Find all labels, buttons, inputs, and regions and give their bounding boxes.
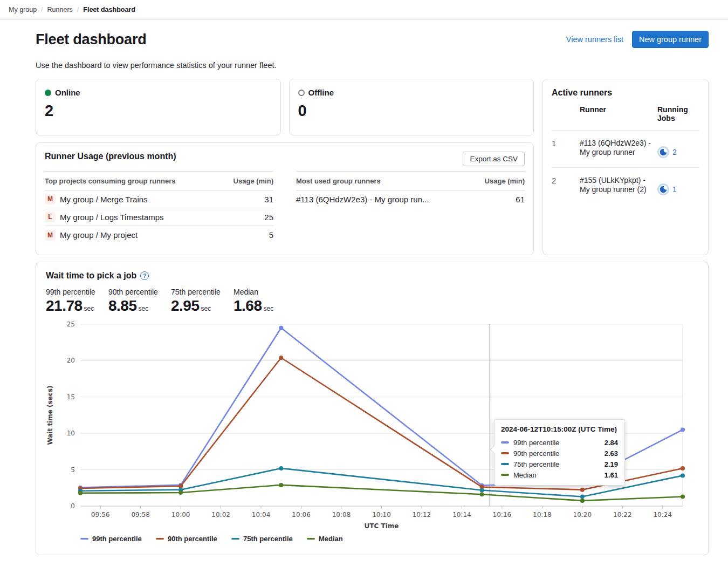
project-usage: 5 — [269, 230, 273, 240]
usage-min-column-header: Usage (min) — [233, 177, 273, 185]
tooltip-row: 99th percentile 2.84 — [501, 437, 618, 448]
runner-usage-title: Runner Usage (previous month) — [45, 152, 176, 161]
running-jobs-count-link[interactable]: 2 — [672, 148, 677, 156]
new-group-runner-button[interactable]: New group runner — [632, 31, 709, 48]
top-projects-column-header: Top projects consuming group runners — [45, 177, 175, 185]
legend-item-median[interactable]: Median — [307, 535, 372, 543]
offline-status-icon — [298, 90, 305, 96]
table-row: 1 #113 (6QHdzW2e3) - My group runner 2 — [552, 131, 699, 168]
stat-label: Median — [233, 288, 286, 296]
svg-text:10:10: 10:10 — [372, 511, 391, 519]
svg-text:09:58: 09:58 — [131, 511, 150, 519]
project-avatar: M — [45, 194, 56, 204]
runner-link[interactable]: #113 (6QHdzW2e3) - My group runner — [580, 139, 653, 158]
dashboard-left-column: Online 2 Offline 0 Runner Usage (previou… — [36, 79, 534, 255]
wait-time-card: Wait time to pick a job ? 99th percentil… — [36, 262, 709, 555]
help-icon[interactable]: ? — [140, 271, 149, 280]
tooltip-row: Median 1.61 — [501, 469, 618, 480]
online-status-icon — [45, 90, 51, 96]
project-avatar: M — [45, 230, 56, 241]
legend-item-99th-percentile[interactable]: 99th percentile — [80, 535, 145, 543]
svg-text:10: 10 — [67, 429, 75, 437]
stat-label: 90th percentile — [108, 288, 161, 296]
tooltip-series-value: 2.84 — [605, 439, 618, 447]
wait-time-title: Wait time to pick a job — [46, 271, 136, 281]
svg-text:5: 5 — [71, 466, 75, 474]
stat-value: 1.68 — [233, 297, 262, 314]
runner-link[interactable]: #155 (ULkKYpkpt) - My group runner (2) — [580, 176, 653, 195]
stat-unit: sec — [201, 305, 211, 312]
wait-time-chart[interactable]: 051015202509:5609:5810:0010:0210:0410:06… — [46, 318, 698, 533]
runner-usage-value: 61 — [516, 195, 525, 204]
chart-legend: 99th percentile 90th percentile 75th per… — [80, 535, 698, 543]
running-jobs-column-header: Running Jobs — [657, 105, 699, 122]
breadcrumb-separator: / — [41, 6, 43, 13]
legend-label: Median — [319, 535, 343, 543]
project-name: My group / Logs Timestamps — [60, 213, 164, 222]
most-used-runners-table: Most used group runners Usage (min) #113… — [296, 171, 525, 244]
series-dash-icon — [501, 463, 509, 465]
running-jobs-count-link[interactable]: 1 — [672, 185, 677, 194]
svg-text:Wait time (secs): Wait time (secs) — [46, 385, 54, 445]
project-usage: 31 — [264, 195, 273, 204]
svg-text:10:24: 10:24 — [653, 511, 672, 519]
online-count: 2 — [45, 102, 272, 120]
table-row: M My group / My project 5 — [45, 226, 273, 244]
table-row: M My group / Merge Trains 31 — [45, 190, 273, 208]
project-name: My group / My project — [60, 230, 138, 240]
series-dash-icon — [156, 538, 164, 540]
most-used-runners-column-header: Most used group runners — [296, 177, 381, 185]
series-dash-icon — [307, 538, 315, 540]
stat-value: 8.85 — [108, 297, 137, 314]
breadcrumb-separator: / — [77, 6, 79, 13]
legend-item-90th-percentile[interactable]: 90th percentile — [156, 535, 221, 543]
tooltip-series-value: 1.61 — [605, 471, 618, 479]
export-csv-button[interactable]: Export as CSV — [463, 152, 525, 166]
usage-min-column-header: Usage (min) — [485, 177, 525, 185]
svg-text:10:00: 10:00 — [171, 511, 190, 519]
online-runners-card: Online 2 — [36, 79, 281, 135]
runner-column-header: Runner — [580, 105, 653, 122]
svg-text:25: 25 — [67, 320, 75, 328]
legend-label: 90th percentile — [168, 535, 217, 543]
legend-label: 75th percentile — [243, 535, 293, 543]
legend-item-75th-percentile[interactable]: 75th percentile — [231, 535, 296, 543]
tooltip-series-label: Median — [513, 471, 600, 479]
series-dash-icon — [501, 474, 509, 476]
stat-value: 21.78 — [46, 297, 83, 314]
project-avatar: L — [45, 212, 56, 222]
svg-text:10:14: 10:14 — [452, 511, 471, 519]
runner-name: #113 (6QHdzW2e3) - My group run... — [296, 195, 429, 204]
stat-unit: sec — [264, 305, 274, 312]
breadcrumb-my-group[interactable]: My group — [9, 6, 37, 13]
tooltip-row: 75th percentile 2.19 — [501, 459, 618, 469]
svg-text:10:02: 10:02 — [211, 511, 230, 519]
svg-text:10:06: 10:06 — [292, 511, 311, 519]
table-row: 2 #155 (ULkKYpkpt) - My group runner (2)… — [552, 168, 699, 204]
svg-text:10:16: 10:16 — [493, 511, 512, 519]
runner-usage-card: Runner Usage (previous month) Export as … — [36, 142, 534, 255]
top-projects-table: Top projects consuming group runners Usa… — [45, 171, 273, 244]
series-dash-icon — [231, 538, 239, 540]
svg-text:10:20: 10:20 — [573, 511, 592, 519]
legend-label: 99th percentile — [92, 535, 142, 543]
stat-unit: sec — [84, 305, 94, 312]
tooltip-row: 90th percentile 2.63 — [501, 448, 618, 459]
svg-text:10:22: 10:22 — [613, 511, 632, 519]
stat-unit: sec — [139, 305, 149, 312]
page-subtitle: Use the dashboard to view performance st… — [36, 61, 709, 70]
active-runners-card: Active runners Runner Running Jobs 1 #11… — [542, 79, 709, 255]
svg-text:10:12: 10:12 — [413, 511, 431, 519]
runner-rank: 1 — [552, 139, 575, 158]
breadcrumb-current: Fleet dashboard — [83, 6, 135, 13]
table-row: L My group / Logs Timestamps 25 — [45, 208, 273, 226]
table-row: #113 (6QHdzW2e3) - My group run... 61 — [296, 190, 525, 208]
offline-runners-card: Offline 0 — [289, 79, 534, 135]
tooltip-title: 2024-06-12T10:15:00Z (UTC Time) — [501, 425, 618, 433]
svg-text:10:18: 10:18 — [533, 511, 552, 519]
stat-75th-percentile: 75th percentile 2.95sec — [171, 288, 224, 315]
chart-tooltip: 2024-06-12T10:15:00Z (UTC Time) 99th per… — [494, 419, 625, 486]
breadcrumb-runners[interactable]: Runners — [47, 6, 73, 13]
svg-text:15: 15 — [67, 393, 75, 401]
view-runners-list-link[interactable]: View runners list — [566, 35, 623, 44]
